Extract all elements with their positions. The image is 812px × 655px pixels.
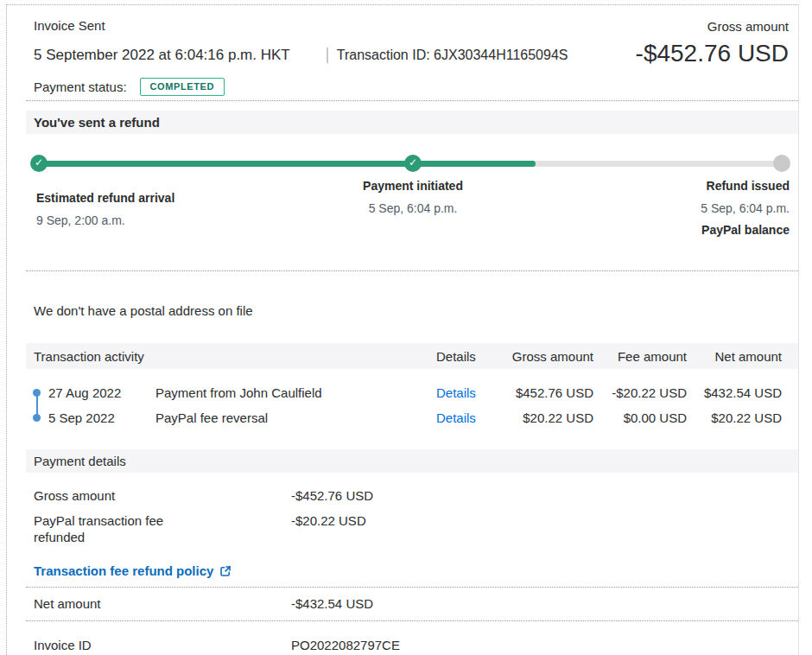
gross-amount-label: Gross amount [636,19,789,35]
timeline-progress-fill [39,161,536,167]
transaction-header: Invoice Sent 5 September 2022 at 6:04:16… [26,5,798,101]
column-header-details: Details [436,349,481,364]
timeline-dot [33,414,41,422]
detail-label: Net amount [34,595,291,612]
activity-date: 5 Sep 2022 [34,410,155,425]
activity-fee: -$20.22 USD [600,385,694,400]
postal-address-notice: We don't have a postal address on file [26,303,798,319]
fee-refund-policy: Transaction fee refund policy [26,563,798,578]
page-title: Invoice Sent [34,18,568,34]
transaction-id: Transaction ID: 6JX30344H1165094S [337,46,568,65]
activity-gross: $452.76 USD [481,385,600,400]
detail-label: Gross amount [34,487,291,504]
header-right: Gross amount -$452.76 USD [636,18,789,97]
row-divider [26,587,798,588]
fee-refund-policy-link[interactable]: Transaction fee refund policy [34,563,232,578]
external-link-icon [219,565,232,577]
payment-detail-row: Net amount -$432.54 USD [26,595,798,612]
activity-section-title: Transaction activity [34,349,436,364]
transaction-panel: Invoice Sent 5 September 2022 at 6:04:16… [6,4,799,655]
status-badge: COMPLETED [140,78,225,96]
check-icon [30,155,48,172]
timeline-step-payment-initiated: Payment initiated 5 Sep, 6:04 p.m. [363,179,463,216]
payment-status-label: Payment status: [34,79,127,94]
activity-net: $20.22 USD [694,410,789,425]
timeline-dot [33,389,41,397]
table-row: 27 Aug 2022 Payment from John Caulfield … [34,380,789,405]
detail-value: PO2022082797CE [291,637,789,653]
transaction-detail-page: Invoice Sent 5 September 2022 at 6:04:16… [0,0,812,655]
column-header-net: Net amount [694,349,789,364]
activity-gross: $20.22 USD [481,410,600,425]
divider-pipe [327,48,328,63]
pending-step-icon [773,155,790,172]
refund-source: PayPal balance [701,223,790,238]
timeline-step-refund-issued: Refund issued 5 Sep, 6:04 p.m. PayPal ba… [701,179,790,238]
gross-amount-value: -$452.76 USD [636,39,789,68]
activity-fee: $0.00 USD [600,410,694,425]
activity-date: 27 Aug 2022 [34,385,155,400]
activity-net: $432.54 USD [694,385,789,400]
activity-table-header: Transaction activity Details Gross amoun… [26,343,798,369]
column-header-fee: Fee amount [600,349,694,364]
detail-value: -$452.76 USD [291,487,789,504]
activity-description: Payment from John Caulfield [155,385,436,400]
payment-detail-row: PayPal transaction fee refunded -$20.22 … [26,512,798,545]
details-link[interactable]: Details [436,385,476,400]
timeline-step-estimated-arrival: Estimated refund arrival 9 Sep, 2:00 a.m… [36,191,174,228]
refund-timeline: Estimated refund arrival 9 Sep, 2:00 a.m… [26,134,798,270]
refund-section-header: You've sent a refund [26,111,798,134]
detail-value: -$20.22 USD [291,512,789,545]
payment-detail-row: Invoice ID PO2022082797CE [26,637,798,653]
payment-details-header: Payment details [26,449,798,473]
header-left: Invoice Sent 5 September 2022 at 6:04:16… [34,18,568,97]
activity-description: PayPal fee reversal [155,410,436,425]
payment-detail-row: Gross amount -$452.76 USD [26,487,798,504]
activity-table-body: 27 Aug 2022 Payment from John Caulfield … [26,380,798,430]
row-divider [26,620,798,621]
check-icon [404,155,422,172]
column-header-gross: Gross amount [481,349,600,364]
detail-value: -$432.54 USD [291,595,789,612]
section-divider [26,270,798,271]
details-link[interactable]: Details [436,410,476,425]
transaction-datetime: 5 September 2022 at 6:04:16 p.m. HKT [34,46,290,65]
table-row: 5 Sep 2022 PayPal fee reversal Details $… [34,405,789,430]
detail-label: Invoice ID [34,637,291,653]
section-divider [26,100,798,101]
detail-label: PayPal transaction fee refunded [34,512,198,545]
